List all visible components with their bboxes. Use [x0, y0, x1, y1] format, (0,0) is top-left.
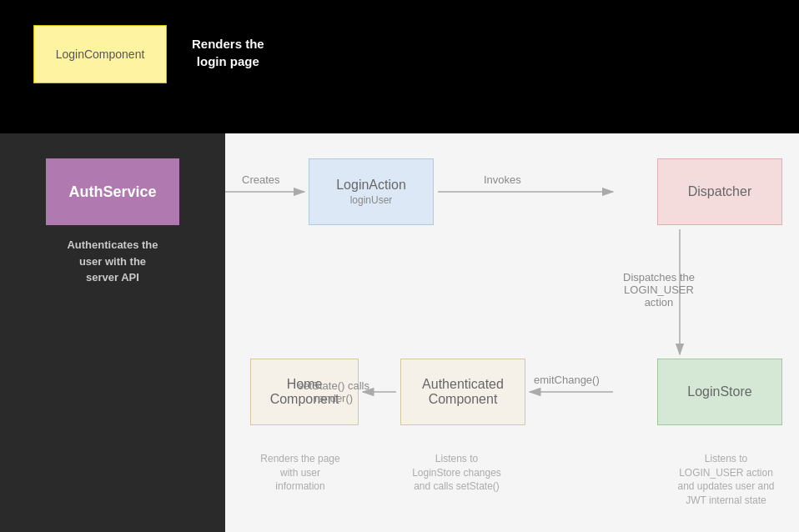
home-component-below-label: Renders the page with user information	[238, 438, 363, 494]
set-state-label: setState() calls render()	[275, 367, 392, 404]
login-action-node: LoginAction loginUser	[309, 158, 434, 225]
authenticated-component-node: Authenticated Component	[400, 359, 525, 425]
auth-service-description: Authenticates the user with the server A…	[67, 237, 158, 286]
dispatches-arrow-label: Dispatches the LOGIN_USER action	[609, 258, 709, 309]
auth-component-below-label: Listens to LoginStore changes and calls …	[388, 438, 525, 494]
auth-component-title: Authenticated Component	[422, 377, 504, 407]
emit-change-label: emitChange()	[534, 374, 600, 386]
login-component-label: LoginComponent	[56, 48, 145, 61]
dispatcher-title: Dispatcher	[688, 184, 751, 199]
login-action-title: LoginAction	[336, 178, 406, 193]
diagram-area: LoginAction loginUser Dispatcher LoginSt…	[225, 133, 799, 532]
left-panel: AuthService Authenticates the user with …	[0, 133, 225, 532]
login-component-node: LoginComponent	[33, 25, 167, 83]
login-store-title: LoginStore	[687, 384, 751, 399]
renders-login-label: Renders the login page	[192, 35, 264, 70]
login-store-below-label: Listens to LOGIN_USER action and updates…	[657, 438, 795, 508]
dispatcher-node: Dispatcher	[657, 158, 782, 225]
creates-arrow-label: Creates	[242, 173, 280, 186]
login-store-node: LoginStore	[657, 359, 782, 425]
auth-service-node: AuthService	[46, 158, 179, 225]
auth-service-label: AuthService	[68, 183, 156, 201]
invokes-arrow-label: Invokes	[484, 173, 521, 186]
login-action-subtitle: loginUser	[350, 194, 393, 206]
